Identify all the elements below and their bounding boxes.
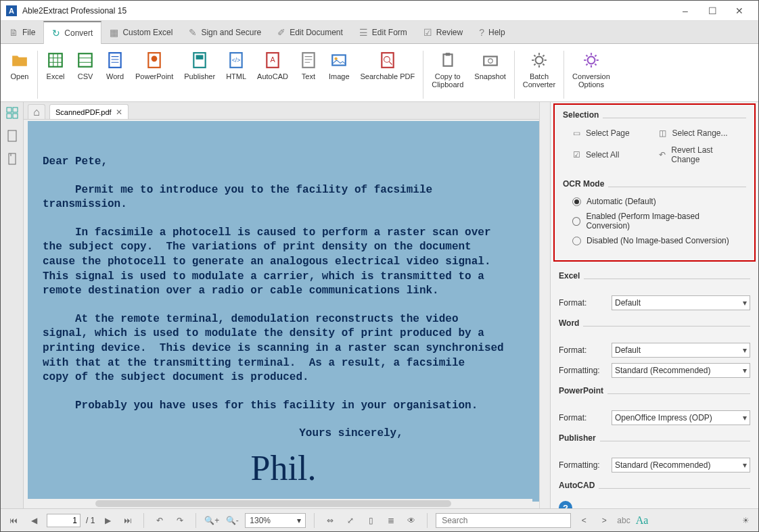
svg-rect-11	[302, 53, 314, 68]
select-all-button[interactable]: ☑Select All	[571, 145, 652, 164]
ocr-enabled-radio[interactable]: Enabled (Perform Image-based Conversion)	[572, 212, 737, 231]
ribbon-image[interactable]: Image	[323, 48, 355, 83]
bookmarks-icon[interactable]	[5, 129, 19, 143]
search-field[interactable]	[436, 513, 571, 528]
menu-convert[interactable]: ↻Convert	[43, 21, 101, 44]
last-page-button[interactable]: ⏭	[120, 513, 135, 528]
horizontal-scrollbar[interactable]	[28, 499, 532, 508]
svg-text:</>: </>	[232, 57, 241, 64]
single-page-button[interactable]: ▯	[363, 513, 378, 528]
publisher-icon	[190, 51, 209, 70]
svg-point-21	[588, 57, 595, 64]
menu-custom-excel[interactable]: ▦Custom Excel	[101, 21, 181, 43]
theme-toggle-icon[interactable]: ☀	[738, 513, 753, 528]
publisher-formatting-label: Formatting:	[559, 460, 606, 470]
menu-sign[interactable]: ✎Sign and Secure	[181, 21, 269, 43]
ribbon-text[interactable]: Text	[294, 48, 323, 83]
zoom-select[interactable]: 130%▾	[245, 513, 306, 528]
chevron-down-icon: ▾	[743, 460, 747, 470]
svg-rect-23	[13, 107, 18, 112]
attachments-icon[interactable]	[5, 152, 19, 166]
form-icon: ☰	[359, 27, 368, 38]
ribbon-autocad[interactable]: AAutoCAD	[252, 48, 294, 83]
select-range-button[interactable]: ◫Select Range...	[658, 128, 739, 139]
first-page-button[interactable]: ⏮	[6, 513, 21, 528]
camera-icon	[481, 51, 500, 70]
close-button[interactable]: ✕	[726, 1, 753, 20]
view-mode-button[interactable]: 👁	[404, 513, 419, 528]
file-tab[interactable]: ScannedPDF.pdf ✕	[49, 104, 129, 119]
menu-edit-document[interactable]: ✐Edit Document	[269, 21, 351, 43]
menu-sign-label: Sign and Secure	[201, 28, 261, 37]
word-format-select[interactable]: Default▾	[612, 343, 750, 358]
excel-format-select[interactable]: Default▾	[612, 295, 750, 310]
zoom-out-button[interactable]: 🔍-	[225, 513, 239, 528]
ribbon-snapshot[interactable]: Snapshot	[469, 48, 511, 83]
radio-icon	[572, 197, 581, 206]
left-rail	[1, 102, 24, 508]
svg-rect-18	[484, 57, 497, 66]
publisher-title: Publisher	[559, 433, 596, 443]
prev-page-button[interactable]: ◀	[26, 513, 41, 528]
word-formatting-label: Formatting:	[559, 366, 606, 375]
doc-p4: Probably you have uses for this facility…	[43, 399, 524, 414]
page-number-field[interactable]	[47, 514, 80, 527]
document-page: Dear Pete, Permit me to introduce you to…	[28, 121, 539, 502]
grid-icon: ▦	[110, 27, 118, 38]
maximize-button[interactable]: ☐	[699, 1, 726, 20]
minimize-button[interactable]: –	[672, 1, 699, 20]
folder-icon	[10, 51, 29, 70]
continuous-button[interactable]: ≣	[384, 513, 398, 528]
ribbon-powerpoint[interactable]: PowerPoint	[130, 48, 179, 83]
search-next-button[interactable]: >	[597, 513, 612, 528]
ocr-disabled-radio[interactable]: Disabled (No Image-based Conversion)	[572, 236, 737, 245]
menu-help-label: Help	[488, 28, 505, 37]
ribbon-copy-clipboard[interactable]: Copy to Clipboard	[426, 48, 469, 91]
svg-rect-26	[8, 130, 16, 141]
ribbon-csv[interactable]: CSV	[70, 48, 100, 83]
help-badge-icon[interactable]: ?	[559, 501, 572, 508]
case-toggle[interactable]: Aa	[636, 514, 649, 527]
pen-icon: ✎	[189, 27, 197, 38]
thumbnails-icon[interactable]	[5, 106, 19, 120]
publisher-formatting-select[interactable]: Standard (Recommended)▾	[612, 458, 750, 473]
tab-strip: ⌂ ScannedPDF.pdf ✕	[24, 102, 539, 120]
powerpoint-title: PowerPoint	[559, 386, 603, 395]
convert-icon: ↻	[52, 28, 60, 39]
ocr-automatic-radio[interactable]: Automatic (Default)	[572, 197, 737, 206]
ribbon-batch-converter[interactable]: Batch Converter	[518, 48, 561, 91]
ribbon-conversion-options[interactable]: Conversion Options	[567, 48, 616, 91]
word-formatting-select[interactable]: Standard (Recommended)▾	[612, 363, 750, 378]
vertical-scrollbar[interactable]	[539, 102, 550, 508]
select-page-button[interactable]: ▭Select Page	[571, 128, 652, 139]
fit-page-button[interactable]: ⤢	[343, 513, 358, 528]
powerpoint-format-select[interactable]: OpenOffice Impress (ODP)▾	[612, 410, 750, 425]
ribbon-html[interactable]: </>HTML	[221, 48, 252, 83]
ribbon-word[interactable]: Word	[100, 48, 130, 83]
page-total: / 1	[86, 516, 95, 525]
menu-help[interactable]: ?Help	[471, 21, 513, 43]
home-tab[interactable]: ⌂	[28, 104, 45, 119]
svg-point-4	[152, 56, 158, 62]
menu-edit-form[interactable]: ☰Edit Form	[351, 21, 415, 43]
ribbon-excel[interactable]: Excel	[41, 48, 70, 83]
search-prev-button[interactable]: <	[576, 513, 591, 528]
rotate-cw-button[interactable]: ↷	[172, 513, 187, 528]
selection-title: Selection	[563, 110, 599, 120]
zoom-in-button[interactable]: 🔍+	[204, 513, 219, 528]
doc-p2: In facsimile a photocell is caused to pe…	[43, 226, 524, 299]
ribbon-publisher[interactable]: Publisher	[179, 48, 221, 83]
ribbon-open[interactable]: Open	[5, 48, 34, 83]
rotate-ccw-button[interactable]: ↶	[152, 513, 167, 528]
menu-review[interactable]: ☑Review	[415, 21, 471, 43]
next-page-button[interactable]: ▶	[100, 513, 115, 528]
close-tab-icon[interactable]: ✕	[116, 107, 122, 117]
document-viewport[interactable]: Dear Pete, Permit me to introduce you to…	[24, 120, 539, 508]
revert-button[interactable]: ↶Revert Last Change	[658, 145, 739, 164]
searchable-pdf-icon	[378, 51, 397, 70]
panel-collapse-button[interactable]: ▸	[550, 102, 551, 118]
svg-point-15	[384, 57, 390, 63]
fit-width-button[interactable]: ⇔	[323, 513, 338, 528]
ribbon-searchable-pdf[interactable]: Searchable PDF	[355, 48, 421, 83]
menu-file[interactable]: 🗎File	[1, 21, 43, 43]
